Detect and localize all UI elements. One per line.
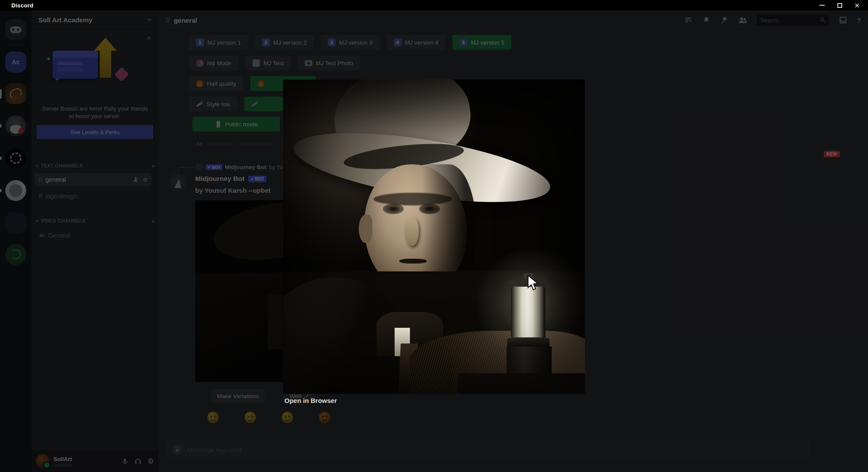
photo-vignette [283,80,585,394]
mouse-cursor-icon [527,274,542,294]
discord-window: Discord ✕ Ac [0,0,868,472]
portrait-photo[interactable] [283,80,585,394]
minimize-button[interactable] [819,2,825,8]
maximize-icon [837,3,842,8]
app-title: Discord [11,2,34,9]
image-lightbox: Open in Browser [283,80,585,405]
titlebar: Discord ✕ [0,0,868,10]
window-controls: ✕ [819,2,860,8]
close-button[interactable]: ✕ [854,2,860,8]
minimize-icon [819,5,825,6]
maximize-button[interactable] [836,2,843,8]
open-in-browser-link[interactable]: Open in Browser [284,397,337,404]
